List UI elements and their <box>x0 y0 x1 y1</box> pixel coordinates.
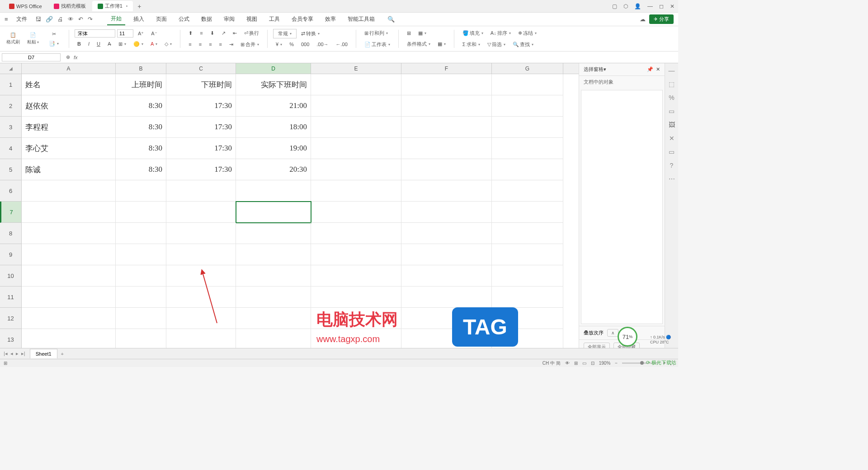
row-header-11[interactable]: 11 <box>0 287 21 308</box>
col-header-G[interactable]: G <box>492 63 563 74</box>
cell-E3[interactable] <box>311 117 401 138</box>
cell-C5[interactable]: 17:30 <box>166 159 236 180</box>
menu-start[interactable]: 开始 <box>107 13 125 25</box>
col-header-C[interactable]: C <box>166 63 236 74</box>
fill-button[interactable]: 🪣 填充▾ <box>460 28 486 38</box>
menu-icon[interactable]: ≡ <box>5 16 8 23</box>
status-icon[interactable]: ⊞ <box>4 361 7 366</box>
expand-icon[interactable]: ⊕ <box>66 54 70 60</box>
worksheet-button[interactable]: 📄 工作表▾ <box>362 40 393 49</box>
cell-G2[interactable] <box>492 95 563 117</box>
border-icon[interactable]: ⊞▾ <box>116 40 129 48</box>
cell-G13[interactable] <box>492 329 563 350</box>
row-header-13[interactable]: 13 <box>0 329 21 350</box>
align-middle-icon[interactable]: ≡ <box>197 29 205 37</box>
cell-G11[interactable] <box>492 287 563 308</box>
cell-A7[interactable] <box>22 202 116 223</box>
col-header-F[interactable]: F <box>401 63 492 74</box>
cell-E8[interactable] <box>311 223 401 244</box>
select-tool-icon[interactable]: ⬚ <box>669 80 675 88</box>
format-icon[interactable]: ▦▾ <box>435 40 448 48</box>
cell-E9[interactable] <box>311 244 401 265</box>
row-header-3[interactable]: 3 <box>0 117 21 138</box>
cell-F4[interactable] <box>401 138 492 159</box>
cell-A9[interactable] <box>22 244 116 265</box>
cell-C8[interactable] <box>166 223 236 244</box>
row-header-5[interactable]: 5 <box>0 159 21 180</box>
row-header-6[interactable]: 6 <box>0 180 21 202</box>
cell-F6[interactable] <box>401 180 492 202</box>
view-normal-icon[interactable]: ⊞ <box>574 361 578 366</box>
cell-G10[interactable] <box>492 265 563 287</box>
cell-D8[interactable] <box>236 223 311 244</box>
cell-A13[interactable] <box>22 329 116 350</box>
underline-icon[interactable]: U <box>94 40 103 48</box>
next-sheet-icon[interactable]: ▸ <box>16 351 19 357</box>
close-icon[interactable]: ✕ <box>670 3 675 9</box>
wrap-button[interactable]: ⏎ 换行 <box>241 28 262 38</box>
share-button[interactable]: ✈ 分享 <box>649 14 674 24</box>
number-format-select[interactable]: 常规▾ <box>273 29 297 38</box>
cell-A1[interactable]: 姓名 <box>22 74 116 95</box>
decimal-dec-icon[interactable]: ←.00 <box>333 40 350 48</box>
cell-B4[interactable]: 8:30 <box>116 138 166 159</box>
redo-icon[interactable]: ↷ <box>88 16 93 23</box>
settings-icon[interactable]: ▭ <box>669 148 675 155</box>
menu-tools[interactable]: 工具 <box>265 14 283 25</box>
menu-formula[interactable]: 公式 <box>175 14 193 25</box>
currency-icon[interactable]: ¥▾ <box>273 40 285 48</box>
cell-F1[interactable] <box>401 74 492 95</box>
cell-G7[interactable] <box>492 202 563 223</box>
cell-C1[interactable]: 下班时间 <box>166 74 236 95</box>
menu-member[interactable]: 会员专享 <box>288 14 317 25</box>
paste-label[interactable]: 粘贴▾ <box>27 39 39 45</box>
col-header-A[interactable]: A <box>22 63 116 74</box>
menu-page[interactable]: 页面 <box>152 14 170 25</box>
cell-B1[interactable]: 上班时间 <box>116 74 166 95</box>
cell-D4[interactable]: 19:00 <box>236 138 311 159</box>
zoom-slider[interactable] <box>622 362 658 364</box>
sheet-tab[interactable]: Sheet1 <box>30 349 57 358</box>
decimal-inc-icon[interactable]: .00→ <box>314 40 331 48</box>
cell-A2[interactable]: 赵依依 <box>22 95 116 117</box>
cell-C10[interactable] <box>166 265 236 287</box>
last-sheet-icon[interactable]: ▸| <box>21 351 25 357</box>
align-left-icon[interactable]: ≡ <box>186 40 194 48</box>
cell-G6[interactable] <box>492 180 563 202</box>
layout-icon[interactable]: ▢ <box>612 3 617 9</box>
chart-icon[interactable]: ▭ <box>669 108 675 115</box>
undo-icon[interactable]: ↶ <box>78 16 83 23</box>
bold-icon[interactable]: B <box>75 40 84 48</box>
col-header-D[interactable]: D <box>236 63 311 74</box>
clear-format-icon[interactable]: ◇▾ <box>162 40 175 48</box>
cell-C6[interactable] <box>166 180 236 202</box>
add-sheet-button[interactable]: + <box>57 349 67 358</box>
tab-add-button[interactable]: + <box>134 1 145 12</box>
sum-button[interactable]: Σ 求和▾ <box>460 40 483 49</box>
view-break-icon[interactable]: ⊡ <box>591 361 594 366</box>
cell-E6[interactable] <box>311 180 401 202</box>
image-icon[interactable]: 🖼 <box>669 121 675 128</box>
zoom-out-icon[interactable]: − <box>615 361 618 366</box>
help-icon[interactable]: ? <box>670 162 674 169</box>
cell-G8[interactable] <box>492 223 563 244</box>
cell-A3[interactable]: 李程程 <box>22 117 116 138</box>
cell-F9[interactable] <box>401 244 492 265</box>
cell-F11[interactable] <box>401 287 492 308</box>
cell-G4[interactable] <box>492 138 563 159</box>
cell-D10[interactable] <box>236 265 311 287</box>
cell-A5[interactable]: 陈诚 <box>22 159 116 180</box>
sort-button[interactable]: A↓ 排序▾ <box>488 28 514 38</box>
comma-icon[interactable]: 000 <box>298 40 312 48</box>
cell-F3[interactable] <box>401 117 492 138</box>
cell-B9[interactable] <box>116 244 166 265</box>
cell-F10[interactable] <box>401 265 492 287</box>
collapse-icon[interactable]: — <box>669 67 675 74</box>
row-header-8[interactable]: 8 <box>0 223 21 244</box>
row-header-12[interactable]: 12 <box>0 308 21 329</box>
cell-D2[interactable]: 21:00 <box>236 95 311 117</box>
cell-E12[interactable] <box>311 308 401 329</box>
row-header-1[interactable]: 1 <box>0 74 21 95</box>
cell-B5[interactable]: 8:30 <box>116 159 166 180</box>
move-up-button[interactable]: ∧ <box>607 329 618 337</box>
